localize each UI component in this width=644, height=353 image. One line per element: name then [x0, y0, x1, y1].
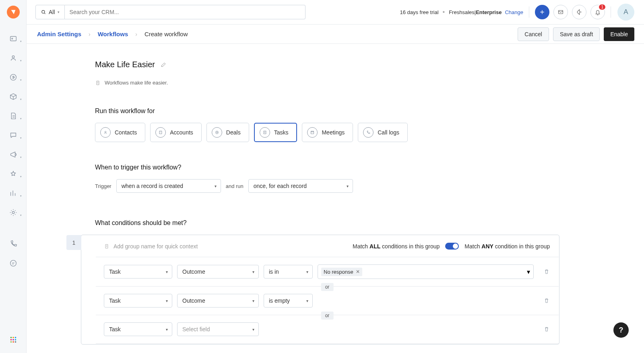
group-name-input[interactable]: Add group name for quick context: [104, 243, 353, 250]
condition-field-select[interactable]: Outcome▾: [177, 294, 259, 308]
main-scroll[interactable]: Make Life Easier Workflows make life eas…: [27, 44, 638, 353]
condition-field-select[interactable]: Outcome▾: [177, 265, 259, 279]
breadcrumb-current: Create workflow: [144, 31, 188, 37]
save-draft-button[interactable]: Save as draft: [553, 27, 600, 41]
breadcrumb-bar: Admin Settings › Workflows › Create work…: [27, 25, 644, 44]
chevron-down-icon: ▾: [306, 270, 308, 274]
trigger-event-select[interactable]: when a record is created▾: [116, 179, 221, 193]
nav-deals[interactable]: ▾: [8, 72, 19, 83]
condition-record-select[interactable]: Task▾: [104, 322, 172, 336]
chevron-down-icon: ▾: [252, 327, 254, 332]
group-number: 1: [66, 235, 81, 250]
condition-value-input[interactable]: No response✕ ▾: [318, 264, 534, 279]
content: Make Life Easier Workflows make life eas…: [95, 44, 559, 353]
condition-field-select[interactable]: Select field▾: [177, 322, 259, 336]
nav-products[interactable]: ▾: [8, 91, 19, 102]
nav-contacts[interactable]: ▾: [8, 52, 19, 64]
record-type-call-logs[interactable]: Call logs: [358, 123, 408, 142]
divider: [529, 6, 529, 18]
record-type-tasks[interactable]: Tasks: [254, 123, 297, 142]
svg-point-1: [11, 38, 12, 39]
svg-point-2: [12, 56, 14, 58]
breadcrumb-workflows[interactable]: Workflows: [98, 31, 128, 37]
topbar: All ▾ 16 days free trial • Freshsales | …: [27, 0, 644, 25]
svg-rect-16: [559, 10, 563, 14]
record-type-meetings[interactable]: Meetings: [302, 123, 353, 142]
mail-button[interactable]: [553, 5, 568, 19]
left-nav-rail: ▾ ▾ ▾ ▾ ▾ ▾ ▾ ▾ ▾ ▾: [0, 0, 27, 353]
svg-rect-18: [159, 131, 162, 134]
search-input[interactable]: [65, 5, 305, 19]
help-button[interactable]: ?: [613, 322, 629, 338]
condition-row: Task▾ Outcome▾ is in▾ No response✕ ▾ or: [96, 257, 559, 286]
chevron-down-icon: ▾: [166, 270, 168, 274]
separator-dot: •: [443, 8, 445, 16]
user-avatar[interactable]: A: [617, 4, 634, 21]
nav-dashboard[interactable]: ▾: [8, 33, 19, 44]
svg-point-15: [42, 10, 45, 13]
nav-chat[interactable]: ▾: [8, 130, 19, 141]
edit-title-icon[interactable]: [161, 62, 167, 68]
svg-rect-20: [264, 131, 266, 134]
search-scope-dropdown[interactable]: All ▾: [35, 5, 65, 19]
svg-point-12: [10, 341, 12, 343]
condition-record-select[interactable]: Task▾: [104, 265, 172, 279]
run-mode-select[interactable]: once, for each record▾: [248, 179, 353, 193]
svg-point-9: [10, 339, 12, 341]
search-icon: [41, 9, 46, 15]
svg-point-13: [12, 341, 14, 343]
breadcrumb-sep: ›: [135, 31, 137, 37]
workflow-description-row: Workflows make life easier.: [95, 80, 559, 86]
breadcrumb-admin-settings[interactable]: Admin Settings: [37, 31, 81, 37]
or-connector: or: [321, 312, 334, 320]
svg-rect-21: [311, 131, 314, 134]
record-type-deals[interactable]: Deals: [206, 123, 249, 142]
condition-operator-select[interactable]: is in▾: [264, 265, 313, 279]
remove-tag-icon[interactable]: ✕: [356, 269, 360, 275]
record-type-contacts[interactable]: Contacts: [95, 123, 145, 142]
section-when-trigger: When to trigger this workflow?: [95, 164, 559, 171]
delete-condition-icon[interactable]: [543, 297, 550, 304]
nav-campaigns[interactable]: ▾: [8, 149, 19, 160]
svg-point-14: [14, 341, 16, 343]
apps-grid-icon[interactable]: [9, 335, 18, 344]
svg-point-17: [105, 131, 106, 133]
cancel-button[interactable]: Cancel: [518, 27, 549, 41]
workflow-title: Make Life Easier: [95, 60, 155, 69]
match-all-label: Match ALL conditions in this group: [353, 243, 440, 250]
condition-operator-select[interactable]: is empty▾: [264, 294, 313, 308]
record-type-accounts[interactable]: Accounts: [150, 123, 202, 142]
enable-button[interactable]: Enable: [604, 27, 634, 41]
nav-settings[interactable]: ▾: [8, 207, 19, 218]
announcement-button[interactable]: [572, 5, 586, 19]
match-any-label: Match ANY condition in this group: [464, 243, 550, 250]
delete-condition-icon[interactable]: [543, 268, 550, 275]
change-plan-link[interactable]: Change: [505, 9, 523, 15]
breadcrumb-sep: ›: [89, 31, 91, 37]
chevron-down-icon: ▾: [252, 270, 254, 274]
nav-conversations[interactable]: [8, 258, 19, 269]
product-name: Freshsales: [449, 9, 475, 15]
note-icon: [104, 244, 109, 249]
delete-condition-icon[interactable]: [543, 326, 550, 332]
group-header: Add group name for quick context Match A…: [96, 235, 559, 257]
notifications-button[interactable]: 1: [590, 5, 605, 19]
nav-phone[interactable]: [8, 238, 19, 250]
condition-record-select[interactable]: Task▾: [104, 294, 172, 308]
nav-documents[interactable]: ▾: [8, 110, 19, 122]
workflow-description: Workflows make life easier.: [105, 80, 168, 86]
condition-group: 1 Add group name for quick context Match…: [81, 235, 559, 345]
match-toggle[interactable]: [445, 243, 459, 250]
nav-automation[interactable]: ▾: [8, 168, 19, 180]
app-logo[interactable]: [7, 6, 20, 19]
svg-point-7: [12, 337, 14, 339]
plan-name: Enterprise: [476, 9, 502, 15]
chevron-down-icon: ▾: [527, 268, 530, 276]
nav-reports[interactable]: ▾: [8, 188, 19, 199]
svg-point-8: [14, 337, 16, 339]
quick-add-button[interactable]: [535, 5, 549, 19]
section-run-for: Run this workflow for: [95, 107, 559, 115]
svg-point-4: [12, 211, 14, 214]
trigger-label: Trigger: [95, 183, 111, 189]
record-type-list: Contacts Accounts Deals Tasks Meetings C…: [95, 123, 559, 142]
